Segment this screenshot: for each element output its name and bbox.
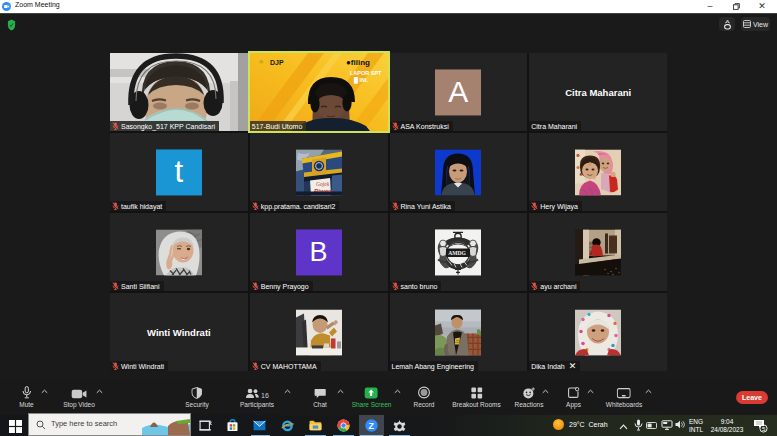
svg-text:Gojek: Gojek — [316, 181, 330, 187]
svg-text:█ INI.: █ INI. — [354, 77, 368, 84]
svg-text:AMDG: AMDG — [449, 250, 467, 256]
svg-text:●filing: ●filing — [346, 58, 370, 67]
svg-text:★: ★ — [258, 58, 264, 65]
svg-text:Z: Z — [368, 421, 374, 431]
svg-text:DJP: DJP — [270, 59, 284, 66]
svg-text:LAPOR SPT: LAPOR SPT — [350, 70, 382, 76]
